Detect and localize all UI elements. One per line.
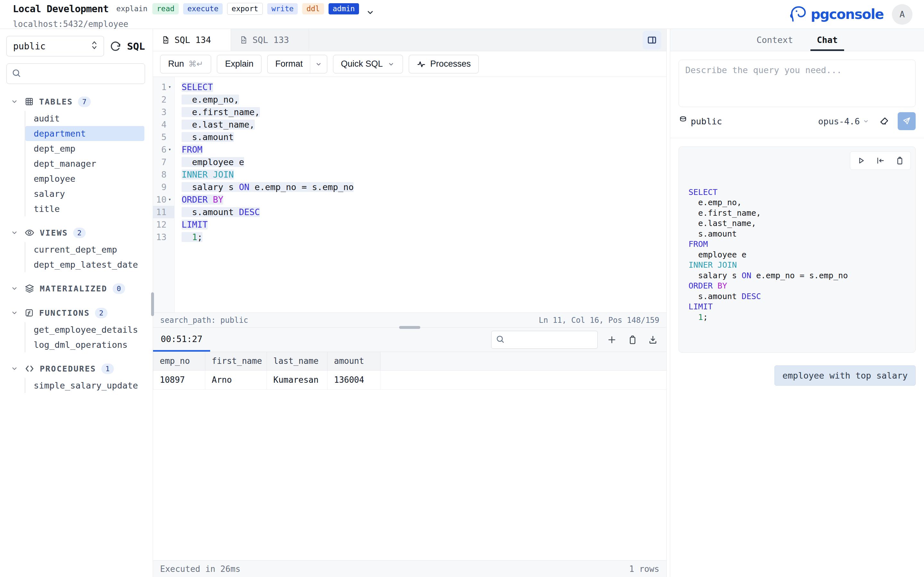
tree-section-header-procedures[interactable]: PROCEDURES1 (6, 361, 145, 377)
function-icon (24, 308, 34, 318)
column-header-amount[interactable]: amount (328, 352, 381, 370)
add-result-tab-icon[interactable] (607, 335, 617, 345)
cell-last_name[interactable]: Kumaresan (267, 370, 328, 390)
permission-badge-export[interactable]: export (227, 3, 263, 15)
tree-item-audit[interactable]: audit (25, 111, 144, 126)
quick-sql-button[interactable]: Quick SQL (333, 55, 403, 73)
column-header-emp_no[interactable]: emp_no (153, 352, 205, 370)
schema-search[interactable] (6, 63, 145, 84)
column-header-first_name[interactable]: first_name (205, 352, 267, 370)
chat-prompt-input[interactable] (678, 60, 916, 107)
tree-item-department[interactable]: department (25, 126, 144, 141)
token: ; (703, 313, 708, 322)
line-number: 4 (162, 118, 166, 131)
pgconsole-app: Local Development explainreadexecuteexpo… (0, 0, 924, 577)
line-number: 3 (162, 106, 166, 118)
tree-item-title[interactable]: title (25, 201, 144, 216)
chat-schema-context[interactable]: public (678, 116, 722, 127)
editor-gutter: 1▾23456▾78910▾111213 (153, 77, 174, 313)
tree-section-header-functions[interactable]: FUNCTIONS2 (6, 305, 145, 321)
fold-arrow-icon[interactable]: ▾ (166, 193, 173, 206)
chevron-down-icon (11, 229, 19, 236)
token: 1 (698, 313, 703, 322)
tree-section-header-views[interactable]: VIEWS2 (6, 225, 145, 241)
send-message-button[interactable] (898, 112, 916, 130)
clear-chat-eraser-icon[interactable] (879, 116, 889, 126)
run-button[interactable]: Run ⌘↵ (160, 55, 211, 73)
cell-first_name[interactable]: Arno (205, 370, 267, 390)
editor-tab-sql-134[interactable]: SQL 134 (153, 29, 231, 51)
tree-section-header-materialized[interactable]: MATERIALIZED0 (6, 280, 145, 297)
model-select[interactable]: opus-4.6 (818, 116, 869, 126)
assistant-code-line-12: LIMIT (688, 301, 906, 312)
tree-item-log_dml_operations[interactable]: log_dml_operations (25, 337, 144, 352)
table-header-row: emp_nofirst_namelast_nameamount (153, 352, 667, 370)
refresh-schema-icon[interactable] (110, 40, 121, 52)
format-button[interactable]: Format (267, 55, 327, 73)
run-sql-icon[interactable] (857, 156, 866, 165)
tree-item-current_dept_emp[interactable]: current_dept_emp (25, 242, 144, 257)
tree-item-salary[interactable]: salary (25, 186, 144, 201)
fold-arrow-icon[interactable]: ▾ (166, 143, 173, 156)
connection-menu-chevron-icon[interactable] (366, 8, 375, 18)
permission-badge-explain[interactable]: explain (116, 3, 148, 15)
results-search-input[interactable] (507, 335, 610, 344)
results-toolbar: 00:51:27 (153, 327, 666, 352)
user-avatar[interactable]: A (892, 4, 913, 25)
editor-tabbar: SQL 134SQL 133 (153, 29, 666, 51)
results-resize-handle[interactable] (399, 326, 420, 329)
tab-chat[interactable]: Chat (815, 29, 840, 51)
code-line-2: e.emp_no, (182, 93, 666, 106)
permission-badge-read[interactable]: read (152, 3, 178, 15)
schema-search-input[interactable] (25, 69, 140, 79)
fold-arrow-icon[interactable]: ▾ (166, 81, 173, 93)
results-search[interactable] (491, 331, 598, 349)
tab-context[interactable]: Context (754, 29, 795, 51)
cell-emp_no[interactable]: 10897 (153, 370, 205, 390)
copy-results-icon[interactable] (627, 335, 638, 345)
tree-item-employee[interactable]: employee (25, 171, 144, 186)
tree-item-dept_emp[interactable]: dept_emp (25, 141, 144, 156)
editor-code[interactable]: SELECT e.emp_no, e.first_name, e.last_na… (174, 77, 666, 313)
tree-section-items: current_dept_empdept_emp_latest_date (25, 242, 145, 272)
tree-item-get_employee_details[interactable]: get_employee_details (25, 322, 144, 337)
assistant-code-line-6: FROM (688, 239, 906, 250)
assistant-code-line-9: salary s ON e.emp_no = s.emp_no (688, 271, 906, 281)
selected-text: 1; (182, 232, 202, 242)
permission-badge-write[interactable]: write (267, 3, 298, 15)
tree-section-header-tables[interactable]: TABLES7 (6, 93, 145, 110)
assistant-code-line-1: SELECT (688, 187, 906, 198)
sql-editor[interactable]: 1▾23456▾78910▾111213 SELECT e.emp_no, e.… (153, 77, 666, 313)
permission-badge-execute[interactable]: execute (183, 3, 223, 15)
processes-button[interactable]: Processes (409, 55, 479, 73)
tree-section-count: 2 (73, 227, 86, 238)
tree-item-simple_salary_update[interactable]: simple_salary_update (25, 378, 144, 393)
schema-select[interactable]: public (6, 36, 104, 56)
selected-text: s.amount DESC (182, 207, 260, 217)
column-header-last_name[interactable]: last_name (267, 352, 328, 370)
results-table: emp_nofirst_namelast_nameamount 10897Arn… (153, 352, 666, 390)
editor-tab-sql-133[interactable]: SQL 133 (231, 29, 309, 51)
download-results-icon[interactable] (648, 335, 658, 345)
result-timer-tab[interactable]: 00:51:27 (153, 327, 210, 351)
toggle-right-panel-button[interactable] (643, 31, 661, 49)
explain-button[interactable]: Explain (217, 55, 262, 73)
format-dropdown-chevron-icon[interactable] (315, 60, 322, 68)
token: s.amount (182, 132, 234, 142)
selected-text: FROM (182, 145, 202, 155)
permission-badge-admin[interactable]: admin (328, 3, 359, 15)
model-chevron-icon (863, 118, 869, 125)
token: e.first_name, (182, 107, 260, 117)
editor-tab-label: SQL 134 (174, 35, 211, 45)
insert-into-editor-icon[interactable] (876, 156, 885, 165)
chevron-down-icon (11, 285, 19, 292)
tree-item-dept_emp_latest_date[interactable]: dept_emp_latest_date (25, 257, 144, 272)
sql-console-button[interactable]: SQL (127, 40, 145, 52)
permission-badge-ddl[interactable]: ddl (302, 3, 324, 15)
copy-sql-icon[interactable] (895, 156, 904, 165)
tree-item-dept_manager[interactable]: dept_manager (25, 156, 144, 171)
cell-amount[interactable]: 136004 (328, 370, 381, 390)
selected-text: INNER JOIN (182, 169, 234, 179)
sidebar-resize-handle[interactable] (151, 292, 154, 316)
editor-tab-label: SQL 133 (252, 35, 289, 45)
